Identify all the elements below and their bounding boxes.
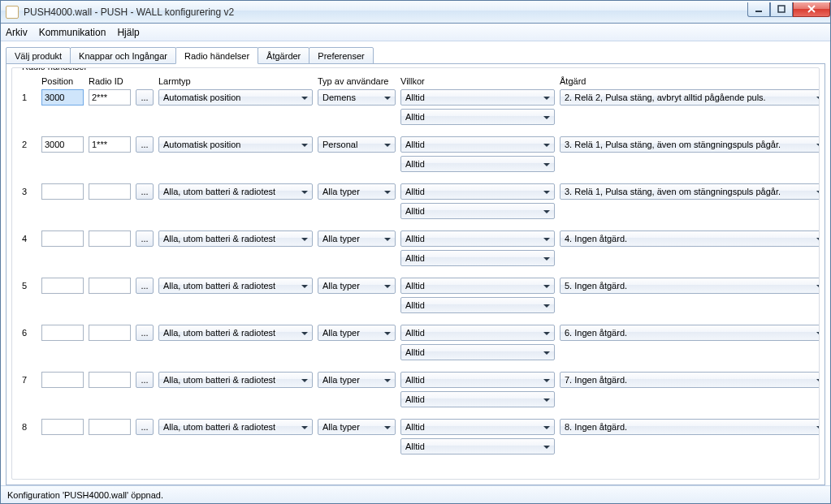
browse-button[interactable]: ... — [136, 419, 154, 435]
radio-id-input[interactable] — [89, 325, 131, 341]
row-number: 4 — [22, 234, 37, 243]
atgard-select[interactable]: 7. Ingen åtgärd. — [560, 372, 820, 388]
tab-knappar-ingangar[interactable]: Knappar och Ingångar — [70, 47, 176, 64]
hdr-atgard: Åtgärd — [560, 76, 820, 86]
larmtyp-select[interactable]: Alla, utom batteri & radiotest — [158, 325, 313, 341]
villkor-select-2[interactable]: Alltid — [400, 156, 555, 172]
position-input[interactable] — [41, 136, 84, 153]
tab-atgarder[interactable]: Åtgärder — [258, 47, 309, 64]
villkor-select[interactable]: Alltid — [400, 89, 555, 106]
status-text: Konfiguration 'PUSH4000.wall' öppnad. — [7, 490, 163, 500]
villkor-select-2[interactable]: Alltid — [400, 109, 555, 125]
position-input[interactable] — [41, 278, 84, 294]
atgard-select[interactable]: 2. Relä 2, Pulsa stäng, avbryt alltid på… — [560, 89, 820, 106]
radio-id-input[interactable] — [89, 136, 131, 153]
typ-av-anvandare-select[interactable]: Alla typer — [318, 278, 396, 294]
table-row-secondary: Alltid — [22, 438, 809, 454]
atgard-select[interactable]: 6. Ingen åtgärd. — [560, 325, 820, 341]
radio-id-input[interactable] — [89, 419, 131, 435]
radio-handelser-group: Radio händelser Position Radio ID Larmty… — [11, 67, 820, 480]
position-input[interactable] — [41, 230, 84, 247]
hdr-larmtyp: Larmtyp — [158, 76, 313, 86]
table-row-secondary: Alltid — [22, 203, 809, 219]
svg-rect-0 — [755, 11, 762, 12]
villkor-select[interactable]: Alltid — [400, 325, 555, 341]
atgard-select[interactable]: 3. Relä 1, Pulsa stäng, även om stängnin… — [560, 183, 820, 200]
menu-kommunikation[interactable]: Kommunikation — [39, 27, 106, 38]
larmtyp-select[interactable]: Alla, utom batteri & radiotest — [158, 419, 313, 435]
radio-id-input[interactable] — [89, 278, 131, 294]
typ-av-anvandare-select[interactable]: Alla typer — [318, 230, 396, 247]
villkor-select[interactable]: Alltid — [400, 278, 555, 294]
radio-id-input[interactable] — [89, 230, 131, 247]
browse-button[interactable]: ... — [136, 136, 154, 153]
villkor-select[interactable]: Alltid — [400, 419, 555, 435]
typ-av-anvandare-select[interactable]: Alla typer — [318, 372, 396, 388]
table-row: 7...Alla, utom batteri & radiotestAlla t… — [22, 372, 809, 388]
larmtyp-select[interactable]: Automatisk position — [158, 136, 313, 153]
browse-button[interactable]: ... — [136, 230, 154, 247]
atgard-select[interactable]: 5. Ingen åtgärd. — [560, 278, 820, 294]
radio-id-input[interactable] — [89, 89, 131, 106]
table-row-secondary: Alltid — [22, 391, 809, 407]
hdr-radio-id: Radio ID — [89, 76, 131, 86]
larmtyp-select[interactable]: Alla, utom batteri & radiotest — [158, 278, 313, 294]
position-input[interactable] — [41, 325, 84, 341]
table-row-secondary: Alltid — [22, 156, 809, 172]
table-row: 8...Alla, utom batteri & radiotestAlla t… — [22, 419, 809, 435]
position-input[interactable] — [41, 419, 84, 435]
menubar: Arkiv Kommunikation Hjälp — [1, 24, 830, 41]
minimize-button[interactable] — [747, 2, 770, 17]
table-row-secondary: Alltid — [22, 109, 809, 125]
svg-rect-1 — [778, 6, 785, 12]
larmtyp-select[interactable]: Alla, utom batteri & radiotest — [158, 230, 313, 247]
hdr-villkor: Villkor — [400, 76, 555, 86]
radio-id-input[interactable] — [89, 372, 131, 388]
close-button[interactable] — [793, 2, 830, 17]
villkor-select[interactable]: Alltid — [400, 230, 555, 247]
menu-arkiv[interactable]: Arkiv — [6, 27, 28, 38]
app-icon — [6, 6, 19, 19]
position-input[interactable] — [41, 183, 84, 200]
position-input[interactable] — [41, 372, 84, 388]
radio-id-input[interactable] — [89, 183, 131, 200]
larmtyp-select[interactable]: Alla, utom batteri & radiotest — [158, 183, 313, 200]
tab-valj-produkt[interactable]: Välj produkt — [6, 47, 71, 64]
villkor-select-2[interactable]: Alltid — [400, 250, 555, 266]
window-title: PUSH4000.wall - PUSH - WALL konfigurerin… — [24, 6, 234, 18]
table-row: 1...Automatisk positionDemensAlltid2. Re… — [22, 89, 809, 106]
villkor-select[interactable]: Alltid — [400, 372, 555, 388]
table-row: 5...Alla, utom batteri & radiotestAlla t… — [22, 278, 809, 294]
row-number: 6 — [22, 328, 37, 338]
menu-hjalp[interactable]: Hjälp — [117, 27, 139, 38]
table-row-secondary: Alltid — [22, 250, 809, 266]
villkor-select[interactable]: Alltid — [400, 136, 555, 153]
atgard-select[interactable]: 8. Ingen åtgärd. — [560, 419, 820, 435]
atgard-select[interactable]: 4. Ingen åtgärd. — [560, 230, 820, 247]
atgard-select[interactable]: 3. Relä 1, Pulsa stäng, även om stängnin… — [560, 136, 820, 153]
typ-av-anvandare-select[interactable]: Alla typer — [318, 183, 396, 200]
browse-button[interactable]: ... — [136, 278, 154, 294]
villkor-select-2[interactable]: Alltid — [400, 438, 555, 454]
tab-preferenser[interactable]: Preferenser — [309, 47, 373, 64]
client-area: Välj produkt Knappar och Ingångar Radio … — [1, 41, 830, 485]
villkor-select-2[interactable]: Alltid — [400, 344, 555, 360]
larmtyp-select[interactable]: Alla, utom batteri & radiotest — [158, 372, 313, 388]
browse-button[interactable]: ... — [136, 372, 154, 388]
typ-av-anvandare-select[interactable]: Alla typer — [318, 325, 396, 341]
browse-button[interactable]: ... — [136, 89, 154, 106]
villkor-select-2[interactable]: Alltid — [400, 297, 555, 313]
browse-button[interactable]: ... — [136, 183, 154, 200]
typ-av-anvandare-select[interactable]: Personal — [318, 136, 396, 153]
typ-av-anvandare-select[interactable]: Alla typer — [318, 419, 396, 435]
tab-radio-handelser[interactable]: Radio händelser — [175, 47, 258, 64]
typ-av-anvandare-select[interactable]: Demens — [318, 89, 396, 106]
window-buttons — [747, 2, 830, 19]
browse-button[interactable]: ... — [136, 325, 154, 341]
villkor-select[interactable]: Alltid — [400, 183, 555, 200]
villkor-select-2[interactable]: Alltid — [400, 203, 555, 219]
position-input[interactable] — [41, 89, 84, 106]
larmtyp-select[interactable]: Automatisk position — [158, 89, 313, 106]
villkor-select-2[interactable]: Alltid — [400, 391, 555, 407]
maximize-button[interactable] — [770, 2, 793, 17]
